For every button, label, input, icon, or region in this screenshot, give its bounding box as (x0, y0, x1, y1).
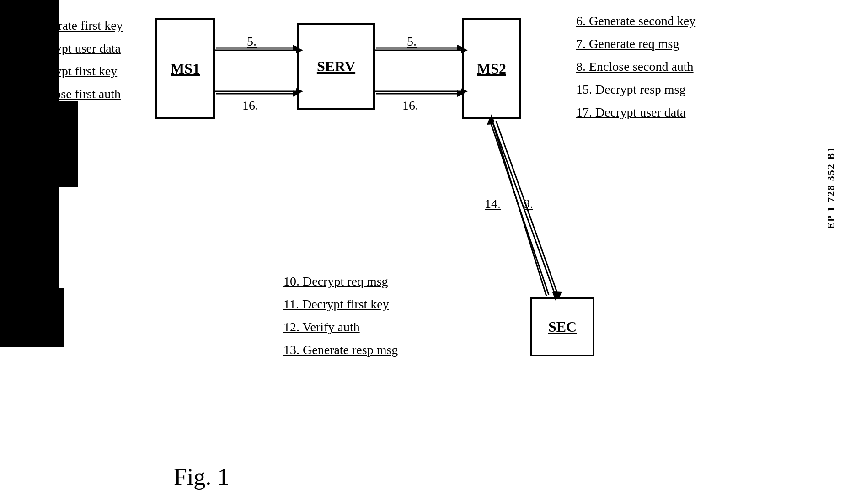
ms2-box: MS2 (462, 18, 521, 119)
step-10: 10. Decrypt req msg (283, 274, 398, 289)
diagram-container: 1. Generate first key 2. Encrypt user da… (0, 0, 845, 504)
step-17: 17. Decrypt user data (576, 105, 695, 120)
ms1-label: MS1 (171, 60, 200, 77)
arrow-label-5-left: 5. (247, 34, 257, 49)
step-11: 11. Decrypt first key (283, 297, 398, 312)
step-7: 7. Generate req msg (576, 37, 695, 51)
figure-label: Fig. 1 (174, 463, 229, 490)
step-1: 1. Generate first key (18, 18, 123, 33)
arrow-label-5-right: 5. (407, 34, 417, 49)
step-3: 3. Encrypt first key (18, 64, 123, 79)
arrow-label-16-right: 16. (402, 98, 418, 113)
step-4: 4. Enclose first auth (18, 87, 123, 101)
sec-label: SEC (548, 318, 577, 335)
arrows-svg (0, 0, 845, 504)
step-12: 12. Verify auth (283, 320, 398, 334)
sec-box-shadow (0, 288, 64, 347)
serv-box: SERV (297, 23, 375, 110)
serv-label: SERV (317, 58, 355, 75)
patent-number: EP 1 728 352 B1 (825, 146, 837, 229)
arrows-svg-2 (0, 0, 845, 504)
ms2-box-shadow (0, 187, 59, 288)
right-steps-list: 6. Generate second key 7. Generate req m… (576, 14, 695, 128)
step-13: 13. Generate resp msg (283, 343, 398, 357)
ms1-box: MS1 (155, 18, 215, 119)
arrow-label-16-left: 16. (242, 98, 258, 113)
arrow-label-14: 14. (485, 196, 501, 211)
left-steps-list: 1. Generate first key 2. Encrypt user da… (18, 18, 123, 110)
ms2-label: MS2 (477, 60, 506, 77)
step-8: 8. Enclose second auth (576, 59, 695, 74)
sec-box: SEC (530, 297, 594, 356)
step-2: 2. Encrypt user data (18, 41, 123, 56)
arrow-label-9: 9. (524, 196, 533, 211)
middle-steps-list: 10. Decrypt req msg 11. Decrypt first ke… (283, 274, 398, 366)
step-15: 15. Decrypt resp msg (576, 82, 695, 97)
serv-box-shadow (0, 101, 78, 187)
step-6: 6. Generate second key (576, 14, 695, 28)
